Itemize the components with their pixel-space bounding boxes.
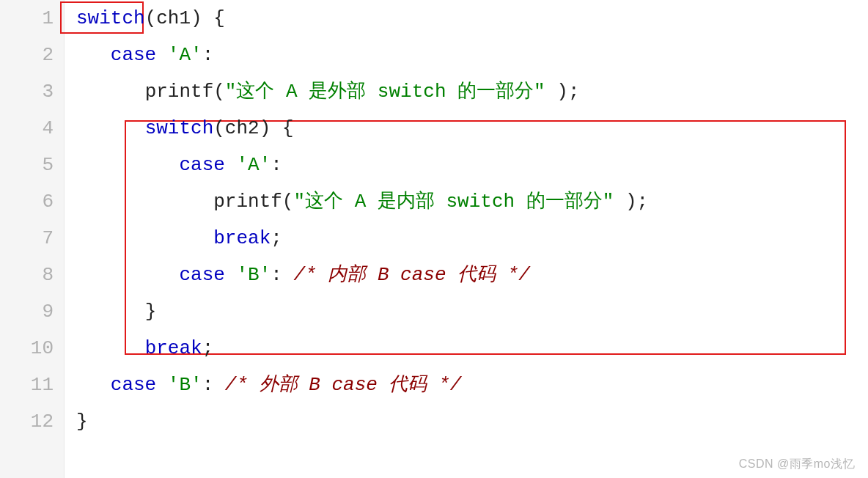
code-line: break; xyxy=(76,220,868,257)
indent xyxy=(76,227,213,249)
line-number: 6 xyxy=(0,183,54,220)
watermark: CSDN @雨季mo浅忆 xyxy=(739,457,855,472)
code-line: switch(ch1) { xyxy=(76,0,868,37)
line-number: 11 xyxy=(0,367,54,403)
line-number-gutter: 1 2 3 4 5 6 7 8 9 10 11 12 xyxy=(0,0,65,478)
code-line: } xyxy=(76,293,868,330)
comment: /* 外部 B case 代码 */ xyxy=(225,374,461,396)
line-number: 9 xyxy=(0,293,54,330)
line-number: 10 xyxy=(0,330,54,367)
paren-open: ( xyxy=(145,7,157,29)
char-literal: 'B' xyxy=(236,264,271,286)
line-number: 7 xyxy=(0,220,54,257)
paren-close-brace: ) { xyxy=(260,117,294,139)
paren-close-semi: ); xyxy=(614,191,648,213)
indent xyxy=(76,301,145,323)
paren-open: ( xyxy=(213,117,225,139)
indent xyxy=(76,44,111,66)
indent xyxy=(76,81,145,103)
indent xyxy=(76,374,111,396)
code-line: case 'A': xyxy=(76,37,868,73)
line-number: 4 xyxy=(0,110,54,147)
keyword-case: case xyxy=(179,264,236,286)
code-line: } xyxy=(76,403,868,440)
indent xyxy=(76,117,145,139)
line-number: 8 xyxy=(0,257,54,293)
comment: /* 内部 B case 代码 */ xyxy=(293,264,529,286)
keyword-case: case xyxy=(179,154,236,176)
line-number: 5 xyxy=(0,147,54,183)
code-line: case 'B': /* 内部 B case 代码 */ xyxy=(76,257,868,293)
brace-close: } xyxy=(76,411,88,433)
indent xyxy=(76,154,179,176)
keyword-switch: switch xyxy=(145,117,214,139)
code-content: switch(ch1) { case 'A': printf("这个 A 是外部… xyxy=(65,0,868,478)
paren-open: ( xyxy=(282,191,294,213)
indent xyxy=(76,264,179,286)
colon: : xyxy=(271,154,282,176)
indent xyxy=(76,191,213,213)
fn-printf: printf xyxy=(213,191,282,213)
code-line: case 'A': xyxy=(76,147,868,183)
identifier: ch1 xyxy=(156,7,191,29)
code-line: break; xyxy=(76,330,868,367)
keyword-case: case xyxy=(111,44,168,66)
char-literal: 'B' xyxy=(168,374,202,396)
colon: : xyxy=(271,264,293,286)
code-block: 1 2 3 4 5 6 7 8 9 10 11 12 switch(ch1) {… xyxy=(0,0,868,478)
char-literal: 'A' xyxy=(168,44,202,66)
colon: : xyxy=(202,374,225,396)
semicolon: ; xyxy=(202,337,214,359)
identifier: ch2 xyxy=(225,117,260,139)
line-number: 2 xyxy=(0,37,54,73)
semicolon: ; xyxy=(271,227,282,249)
keyword-break: break xyxy=(145,337,202,359)
code-line: printf("这个 A 是外部 switch 的一部分" ); xyxy=(76,73,868,110)
keyword-break: break xyxy=(213,227,271,249)
fn-printf: printf xyxy=(145,81,214,103)
keyword-switch: switch xyxy=(76,7,145,29)
code-line: case 'B': /* 外部 B case 代码 */ xyxy=(76,367,868,403)
line-number: 3 xyxy=(0,73,54,110)
line-number: 1 xyxy=(0,0,54,37)
paren-close-semi: ); xyxy=(545,81,580,103)
string-literal: "这个 A 是内部 switch 的一部分" xyxy=(293,191,614,213)
code-line: printf("这个 A 是内部 switch 的一部分" ); xyxy=(76,183,868,220)
colon: : xyxy=(202,44,214,66)
line-number: 12 xyxy=(0,403,54,440)
brace-close: } xyxy=(145,301,157,323)
paren-close-brace: ) { xyxy=(191,7,225,29)
keyword-case: case xyxy=(111,374,168,396)
string-literal: "这个 A 是外部 switch 的一部分" xyxy=(225,81,545,103)
code-line: switch(ch2) { xyxy=(76,110,868,147)
indent xyxy=(76,337,145,359)
char-literal: 'A' xyxy=(236,154,271,176)
paren-open: ( xyxy=(213,81,225,103)
